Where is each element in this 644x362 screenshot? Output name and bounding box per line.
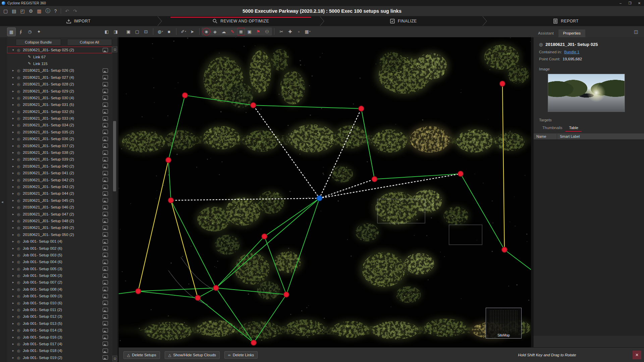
expander-icon[interactable]: ▸ [12,315,17,318]
tree-item[interactable]: ▸◎Job 001- Setup 009 (3) [7,293,112,299]
expander-icon[interactable]: ▸ [12,137,17,140]
expander-icon[interactable]: ▸ [12,322,17,325]
tree-item[interactable]: ▸◎20180621_J01- Setup 042 (2) [7,176,112,183]
setup-node[interactable] [262,234,267,239]
image-icon[interactable]: ▦ [237,28,245,36]
tree-item[interactable]: ▸◎Job 001- Setup 013 (5) [7,320,112,327]
maximize-button[interactable]: ❐ [625,1,635,5]
setup-node[interactable] [500,81,505,86]
setup-node[interactable] [195,295,201,301]
tree-item[interactable]: ▸◎20180621_J01- Setup 037 (2) [7,142,112,149]
tree-item[interactable]: ▸◎Job 001- Setup 003 (5) [7,252,112,258]
expander-icon[interactable]: ▸ [12,171,17,175]
registration-map[interactable] [119,37,531,347]
setup-link-green[interactable] [504,250,531,269]
expander-icon[interactable]: ▸ [12,110,17,113]
tree-item[interactable]: ▸◎20180621_J01- Setup 045 (2) [7,197,112,204]
star-icon[interactable]: ✦ [35,27,43,36]
setup-node[interactable] [166,157,171,163]
expander-icon[interactable]: ▸ [12,117,17,120]
setup-panorama-thumbnail[interactable] [548,74,625,112]
axes-icon[interactable]: ✚ [286,27,294,36]
cube-icon[interactable]: ▢ [133,27,141,36]
expander-icon[interactable]: ▸ [12,165,17,168]
tab-properties[interactable]: Properties [558,29,585,37]
expander-icon[interactable]: ▸ [12,103,17,106]
expander-icon[interactable]: ▸ [12,192,17,195]
tree-item[interactable]: ▸◎Job 001- Setup 005 (3) [7,265,112,272]
tree-item[interactable]: ▸◎20180621_J01- Setup 036 (2) [7,135,112,142]
tree-item[interactable]: ▸◎20180621_J01- Setup 029 (2) [7,87,112,94]
bundle-link[interactable]: Bundle 1 [564,50,579,54]
setup-node[interactable] [359,106,364,111]
expander-icon[interactable]: ▸ [12,288,17,291]
expander-icon[interactable]: ▸ [12,178,17,182]
sitemap-minimap[interactable]: SiteMap [486,308,522,339]
setup-link-yellow[interactable] [138,160,168,291]
close-button[interactable]: ✕ [635,1,644,5]
setup-node[interactable] [251,103,256,108]
tab-report[interactable]: REPORT [488,16,644,26]
setup-link-green[interactable] [375,174,461,179]
tree-item[interactable]: ▸◎Job 001- Setup 014 (3) [7,327,112,334]
tab-finalize[interactable]: FINALIZE [325,16,482,26]
collapse-panel-arrow-icon[interactable]: ◂ [1,200,3,204]
expander-icon[interactable]: ▸ [12,342,17,346]
expander-icon[interactable]: ▸ [12,356,17,359]
redo-icon[interactable]: ↷ [73,8,77,14]
tab-review-and-optimize[interactable]: REVIEW AND OPTIMIZE [163,16,319,26]
undo-icon[interactable]: ↶ [65,8,69,14]
expander-icon[interactable]: ▸ [12,82,17,86]
collapse-bundle-button[interactable]: Collapse Bundle [16,39,61,46]
delete-links-button[interactable]: ∞Delete Links [224,351,258,359]
expander-icon[interactable]: ▸ [12,219,17,223]
sidebar-scrollbar[interactable]: ⊡ ⊡ [112,47,117,361]
expander-icon[interactable]: ▸ [12,294,17,298]
tree-item[interactable]: ▸◎Job 001- Setup 007 (2) [7,279,112,286]
expander-icon[interactable]: ▸ [12,96,17,100]
setup-node[interactable] [213,285,219,291]
delete-setups-button[interactable]: △Delete Setups [123,351,160,359]
tree-item[interactable]: ▸◎20180621_J01- Setup 047 (2) [7,210,112,217]
expander-icon[interactable]: ▸ [12,349,17,352]
copy-icon[interactable]: ▣ [124,27,132,36]
tree-item[interactable]: ▸◎20180621_J01- Setup 041 (2) [7,170,112,176]
expander-icon[interactable]: ▸ [12,267,17,270]
tree-item[interactable]: ▸◎20180621_J01- Setup 027 (4) [7,74,112,81]
setup-node[interactable] [502,247,507,252]
expander-icon[interactable]: ▸ [12,123,17,127]
setup-node[interactable] [458,171,463,176]
camera-icon[interactable]: ▣ [246,27,254,36]
expander-icon[interactable]: ▸ [12,253,17,257]
expander-icon[interactable]: ▸ [12,69,17,72]
grid-view-icon[interactable]: ▦ [7,27,16,36]
fill-square-icon[interactable]: ■ [165,27,173,36]
setup-node[interactable] [136,289,141,294]
collapse-all-button[interactable]: Collapse All [67,39,112,46]
expander-icon[interactable]: ▸ [12,185,17,188]
visibility-icon[interactable]: ◍▾ [156,27,164,36]
tree-item[interactable]: ▸◎20180621_J01- Setup 034 (2) [7,122,112,128]
panel-right-icon[interactable]: ◨ [112,27,120,36]
point-cloud-canvas[interactable]: SiteMap [119,37,531,347]
pencil-icon[interactable]: ✎ [228,27,236,36]
expander-icon[interactable]: ▾ [12,48,17,52]
expander-icon[interactable]: ▸ [12,240,17,243]
select-cursor-icon[interactable]: ➤ [188,27,196,36]
scrollbar-thumb[interactable] [113,121,116,191]
tab-assistant[interactable]: Assistant [533,29,558,37]
scroll-top-button[interactable]: ⊡ [112,47,117,52]
people-icon[interactable]: ⚇ [263,27,271,36]
tree-item[interactable]: ▾◎20180621_J01- Setup 025 (2) [7,47,112,53]
close-message-button[interactable]: ✕ [633,351,641,359]
selected-setup-node[interactable] [317,195,322,201]
measure-icon[interactable]: ✐▾ [179,27,187,36]
cloud-icon[interactable]: ☁ [220,27,228,36]
tree-item[interactable]: ▸◎20180621_J01- Setup 032 (5) [7,108,112,115]
setup-link-green[interactable] [253,105,361,109]
setup-node[interactable] [284,292,289,297]
tree-item[interactable]: ▸◎20180621_J01- Setup 028 (2) [7,81,112,87]
tree-item[interactable]: ▸◎Job 001- Setup 011 (2) [7,306,112,313]
tree-item[interactable]: ▸◎Job 001- Setup 019 (2) [7,354,112,361]
new-project-icon[interactable]: ▢ [3,8,8,14]
